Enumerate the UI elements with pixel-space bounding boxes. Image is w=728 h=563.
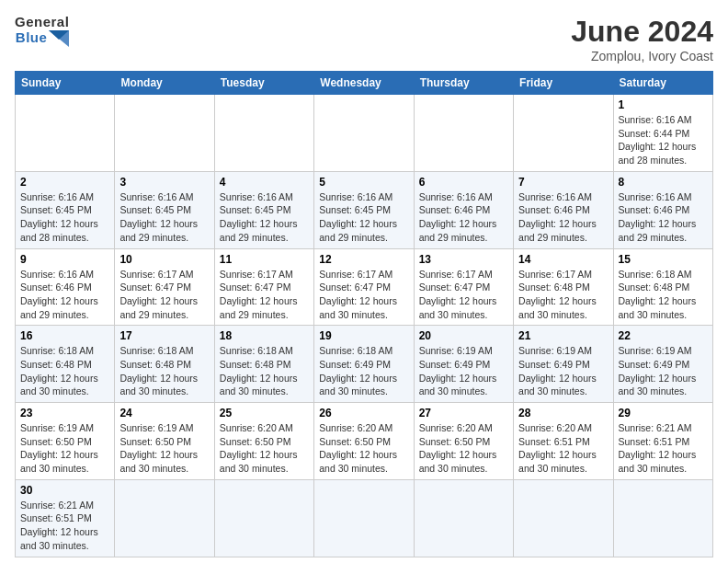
day-number: 20 [419, 329, 508, 342]
day-info: Sunrise: 6:16 AM Sunset: 6:45 PM Dayligh… [119, 190, 209, 245]
day-info: Sunrise: 6:19 AM Sunset: 6:50 PM Dayligh… [119, 421, 209, 476]
calendar-week-row: 16Sunrise: 6:18 AM Sunset: 6:48 PM Dayli… [16, 326, 713, 403]
page-header: General Blue June 2024 Zomplou, Ivory Co… [15, 15, 713, 63]
calendar-cell: 13Sunrise: 6:17 AM Sunset: 6:47 PM Dayli… [414, 248, 513, 326]
day-info: Sunrise: 6:17 AM Sunset: 6:47 PM Dayligh… [419, 268, 508, 322]
calendar-cell: 7Sunrise: 6:16 AM Sunset: 6:46 PM Daylig… [514, 171, 613, 248]
day-number: 29 [619, 407, 708, 419]
calendar-week-row: 9Sunrise: 6:16 AM Sunset: 6:46 PM Daylig… [16, 248, 713, 326]
calendar-cell [214, 95, 313, 172]
calendar-cell: 21Sunrise: 6:19 AM Sunset: 6:49 PM Dayli… [514, 326, 613, 403]
day-info: Sunrise: 6:21 AM Sunset: 6:51 PM Dayligh… [619, 421, 708, 476]
calendar-cell: 19Sunrise: 6:18 AM Sunset: 6:49 PM Dayli… [314, 326, 414, 403]
calendar-cell: 18Sunrise: 6:18 AM Sunset: 6:48 PM Dayli… [214, 326, 313, 403]
title-block: June 2024 Zomplou, Ivory Coast [571, 15, 713, 63]
day-number: 26 [319, 407, 408, 419]
day-info: Sunrise: 6:18 AM Sunset: 6:49 PM Dayligh… [319, 344, 408, 398]
day-number: 9 [20, 253, 109, 266]
day-info: Sunrise: 6:18 AM Sunset: 6:48 PM Dayligh… [119, 344, 209, 398]
calendar-cell [115, 95, 214, 172]
day-number: 15 [619, 253, 708, 266]
calendar-cell: 4Sunrise: 6:16 AM Sunset: 6:45 PM Daylig… [214, 171, 313, 248]
day-info: Sunrise: 6:16 AM Sunset: 6:45 PM Dayligh… [220, 190, 309, 245]
calendar-cell: 1Sunrise: 6:16 AM Sunset: 6:44 PM Daylig… [613, 95, 712, 172]
calendar-cell [214, 479, 313, 557]
day-number: 10 [119, 253, 209, 266]
day-number: 27 [419, 407, 508, 419]
day-info: Sunrise: 6:18 AM Sunset: 6:48 PM Dayligh… [619, 268, 708, 322]
calendar-cell [314, 95, 414, 172]
day-info: Sunrise: 6:21 AM Sunset: 6:51 PM Dayligh… [20, 499, 109, 553]
logo-triangle-icon [49, 30, 69, 47]
calendar-cell [16, 95, 115, 172]
calendar-cell: 23Sunrise: 6:19 AM Sunset: 6:50 PM Dayli… [16, 403, 115, 480]
day-info: Sunrise: 6:20 AM Sunset: 6:50 PM Dayligh… [319, 421, 408, 476]
day-info: Sunrise: 6:17 AM Sunset: 6:47 PM Dayligh… [319, 268, 408, 322]
day-info: Sunrise: 6:16 AM Sunset: 6:45 PM Dayligh… [20, 190, 109, 245]
day-number: 23 [20, 407, 109, 419]
calendar-cell: 24Sunrise: 6:19 AM Sunset: 6:50 PM Dayli… [115, 403, 214, 480]
day-number: 8 [619, 176, 708, 189]
calendar-cell: 3Sunrise: 6:16 AM Sunset: 6:45 PM Daylig… [115, 171, 214, 248]
day-number: 16 [20, 329, 109, 342]
calendar-cell: 27Sunrise: 6:20 AM Sunset: 6:50 PM Dayli… [414, 403, 513, 480]
calendar-cell: 22Sunrise: 6:19 AM Sunset: 6:49 PM Dayli… [613, 326, 712, 403]
day-info: Sunrise: 6:17 AM Sunset: 6:47 PM Dayligh… [220, 268, 309, 322]
day-info: Sunrise: 6:16 AM Sunset: 6:46 PM Dayligh… [518, 190, 608, 245]
day-number: 11 [220, 253, 309, 266]
day-info: Sunrise: 6:19 AM Sunset: 6:49 PM Dayligh… [419, 344, 508, 398]
weekday-header: Wednesday [314, 72, 414, 95]
calendar-cell: 11Sunrise: 6:17 AM Sunset: 6:47 PM Dayli… [214, 248, 313, 326]
day-number: 24 [119, 407, 209, 419]
calendar-cell: 10Sunrise: 6:17 AM Sunset: 6:47 PM Dayli… [115, 248, 214, 326]
calendar-cell: 25Sunrise: 6:20 AM Sunset: 6:50 PM Dayli… [214, 403, 313, 480]
day-info: Sunrise: 6:18 AM Sunset: 6:48 PM Dayligh… [20, 344, 109, 398]
logo-general: General [15, 15, 69, 30]
day-info: Sunrise: 6:20 AM Sunset: 6:51 PM Dayligh… [518, 421, 608, 476]
calendar-cell [514, 479, 613, 557]
day-number: 1 [619, 98, 708, 111]
day-number: 28 [518, 407, 608, 419]
calendar-cell: 15Sunrise: 6:18 AM Sunset: 6:48 PM Dayli… [613, 248, 712, 326]
day-info: Sunrise: 6:19 AM Sunset: 6:49 PM Dayligh… [619, 344, 708, 398]
calendar-cell: 20Sunrise: 6:19 AM Sunset: 6:49 PM Dayli… [414, 326, 513, 403]
day-number: 12 [319, 253, 408, 266]
calendar-cell: 2Sunrise: 6:16 AM Sunset: 6:45 PM Daylig… [16, 171, 115, 248]
day-info: Sunrise: 6:16 AM Sunset: 6:44 PM Dayligh… [619, 113, 708, 167]
day-number: 30 [20, 484, 109, 497]
day-number: 25 [220, 407, 309, 419]
calendar-cell: 5Sunrise: 6:16 AM Sunset: 6:45 PM Daylig… [314, 171, 414, 248]
calendar-week-row: 2Sunrise: 6:16 AM Sunset: 6:45 PM Daylig… [16, 171, 713, 248]
calendar-week-row: 23Sunrise: 6:19 AM Sunset: 6:50 PM Dayli… [16, 403, 713, 480]
day-info: Sunrise: 6:20 AM Sunset: 6:50 PM Dayligh… [419, 421, 508, 476]
calendar-cell [414, 95, 513, 172]
day-info: Sunrise: 6:20 AM Sunset: 6:50 PM Dayligh… [220, 421, 309, 476]
day-number: 17 [119, 329, 209, 342]
day-number: 14 [518, 253, 608, 266]
weekday-header: Saturday [613, 72, 712, 95]
weekday-header: Monday [115, 72, 214, 95]
calendar-cell [314, 479, 414, 557]
day-number: 18 [220, 329, 309, 342]
calendar-cell: 26Sunrise: 6:20 AM Sunset: 6:50 PM Dayli… [314, 403, 414, 480]
day-number: 7 [518, 176, 608, 189]
calendar-cell: 12Sunrise: 6:17 AM Sunset: 6:47 PM Dayli… [314, 248, 414, 326]
calendar-cell: 16Sunrise: 6:18 AM Sunset: 6:48 PM Dayli… [16, 326, 115, 403]
weekday-header: Thursday [414, 72, 513, 95]
day-info: Sunrise: 6:16 AM Sunset: 6:46 PM Dayligh… [619, 190, 708, 245]
logo-blue: Blue [16, 30, 48, 46]
day-number: 6 [419, 176, 508, 189]
day-number: 13 [419, 253, 508, 266]
calendar-cell: 17Sunrise: 6:18 AM Sunset: 6:48 PM Dayli… [115, 326, 214, 403]
calendar-cell: 29Sunrise: 6:21 AM Sunset: 6:51 PM Dayli… [613, 403, 712, 480]
day-info: Sunrise: 6:17 AM Sunset: 6:48 PM Dayligh… [518, 268, 608, 322]
calendar-cell [414, 479, 513, 557]
calendar-cell: 9Sunrise: 6:16 AM Sunset: 6:46 PM Daylig… [16, 248, 115, 326]
calendar-cell: 8Sunrise: 6:16 AM Sunset: 6:46 PM Daylig… [613, 171, 712, 248]
calendar-cell: 28Sunrise: 6:20 AM Sunset: 6:51 PM Dayli… [514, 403, 613, 480]
calendar-week-row: 1Sunrise: 6:16 AM Sunset: 6:44 PM Daylig… [16, 95, 713, 172]
day-info: Sunrise: 6:19 AM Sunset: 6:50 PM Dayligh… [20, 421, 109, 476]
calendar-subtitle: Zomplou, Ivory Coast [571, 49, 713, 63]
day-info: Sunrise: 6:16 AM Sunset: 6:46 PM Dayligh… [419, 190, 508, 245]
calendar-cell: 30Sunrise: 6:21 AM Sunset: 6:51 PM Dayli… [16, 479, 115, 557]
